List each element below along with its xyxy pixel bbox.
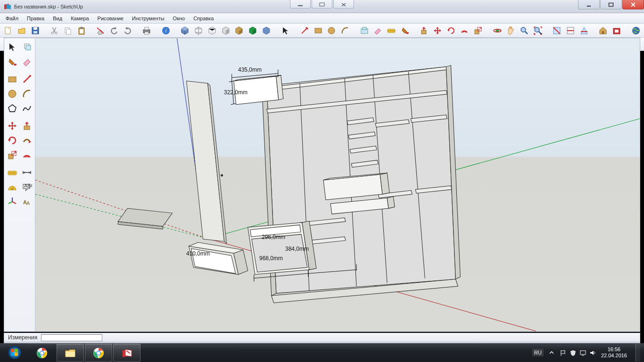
title-aux-tab[interactable] [333, 0, 354, 8]
menu-view[interactable]: Вид [49, 14, 66, 23]
style-mono-icon[interactable] [233, 25, 246, 37]
style-wireframe-icon[interactable] [192, 25, 205, 37]
tb-redo-icon[interactable] [121, 25, 134, 37]
svg-rect-2 [298, 5, 303, 6]
tool-scale-icon[interactable] [5, 148, 19, 162]
tb-extension-icon[interactable] [611, 25, 623, 37]
tool-select-icon[interactable] [5, 40, 19, 54]
start-button[interactable] [2, 344, 27, 362]
taskbar-sketchup-icon[interactable] [113, 344, 140, 362]
style-shaded-icon[interactable] [219, 25, 232, 37]
tool-dimension-icon[interactable] [20, 165, 33, 179]
tool-move-icon[interactable] [5, 119, 19, 132]
tool-offset-icon[interactable] [20, 148, 33, 162]
tray-clock[interactable]: 16:56 22.04.2016 [601, 346, 627, 358]
tb-erase-icon[interactable] [94, 25, 107, 37]
svg-line-82 [231, 104, 236, 105]
tb-section-cut-icon[interactable] [578, 25, 591, 37]
tb-eraser-icon[interactable] [372, 25, 384, 37]
tray-volume-icon[interactable] [589, 349, 596, 356]
title-aux-tab[interactable] [312, 0, 332, 8]
svg-rect-13 [66, 29, 71, 34]
menu-camera[interactable]: Камера [67, 14, 92, 23]
svg-rect-93 [15, 353, 18, 356]
close-button[interactable] [622, 0, 644, 9]
tool-tape-icon[interactable] [5, 165, 19, 179]
tool-make-component-icon[interactable] [20, 40, 33, 54]
tool-followme-icon[interactable] [20, 133, 33, 147]
vcb-input[interactable] [41, 334, 102, 341]
tb-pushpull-icon[interactable] [418, 25, 430, 37]
tray-flag-icon[interactable] [560, 349, 567, 356]
tb-rotate-icon[interactable] [445, 25, 457, 37]
tb-circle-icon[interactable] [325, 25, 338, 37]
tray-language[interactable]: RU [532, 349, 544, 356]
taskbar-explorer-icon[interactable] [57, 344, 84, 362]
tool-circle-icon[interactable] [5, 87, 19, 100]
menu-tools[interactable]: Инструменты [128, 14, 168, 23]
tool-axes-icon[interactable] [5, 195, 19, 208]
menu-file[interactable]: Файл [2, 14, 22, 23]
tb-new-icon[interactable] [2, 25, 15, 37]
tb-orbit-icon[interactable] [491, 25, 504, 37]
tb-print-icon[interactable] [140, 25, 153, 37]
tool-text-icon[interactable]: ABC [20, 180, 33, 194]
tb-section-display-icon[interactable] [564, 25, 577, 37]
tool-line-icon[interactable] [20, 72, 33, 86]
tb-paste-icon[interactable] [75, 25, 88, 37]
menu-window[interactable]: Окно [169, 14, 189, 23]
tb-earth-icon[interactable] [629, 25, 642, 37]
tb-move-icon[interactable] [431, 25, 444, 37]
tb-zoom-icon[interactable] [518, 25, 531, 37]
tb-line-icon[interactable] [298, 25, 311, 37]
tb-offset-icon[interactable] [458, 25, 471, 37]
tb-info-icon[interactable]: i [159, 25, 172, 37]
tool-freehand-icon[interactable] [20, 101, 33, 115]
tool-polygon-icon[interactable] [5, 101, 19, 115]
style-shaded-tex-icon[interactable] [179, 25, 191, 37]
show-desktop-button[interactable] [636, 344, 640, 362]
tool-3dtext-icon[interactable]: AA [20, 195, 33, 208]
taskbar-chrome2-icon[interactable] [85, 344, 112, 362]
taskbar-chrome-icon[interactable] [28, 344, 56, 362]
tool-rotate-icon[interactable] [5, 133, 19, 147]
tb-copy-icon[interactable] [62, 25, 74, 37]
menu-edit[interactable]: Правка [23, 14, 48, 23]
tool-eraser-icon[interactable] [20, 55, 33, 68]
tb-section-icon[interactable] [551, 25, 563, 37]
menu-help[interactable]: Справка [190, 14, 217, 23]
style-back-icon[interactable] [260, 25, 272, 37]
style-hidden-icon[interactable] [206, 25, 218, 37]
tb-scale-icon[interactable] [472, 25, 485, 37]
svg-text:ABC: ABC [24, 183, 32, 189]
title-aux-tab[interactable] [290, 0, 311, 8]
tb-save-icon[interactable] [29, 25, 42, 37]
tb-undo-icon[interactable] [108, 25, 121, 37]
tb-select-icon[interactable] [279, 25, 292, 37]
tool-protractor-icon[interactable] [5, 180, 19, 194]
tb-zoom-extents-icon[interactable] [532, 25, 545, 37]
menu-draw[interactable]: Рисование [94, 14, 127, 23]
minimize-button[interactable] [578, 0, 600, 9]
tool-paintbucket-icon[interactable] [5, 55, 19, 68]
tb-arc-icon[interactable] [339, 25, 352, 37]
tb-paint-icon[interactable] [398, 25, 411, 37]
svg-rect-1 [7, 4, 11, 9]
tray-chevron-icon[interactable] [548, 349, 555, 356]
tb-rectangle-icon[interactable] [312, 25, 324, 37]
tb-cut-icon[interactable] [48, 25, 61, 37]
tb-tape-icon[interactable] [385, 25, 398, 37]
tray-shield-icon[interactable] [570, 349, 577, 356]
tool-pushpull-icon[interactable] [20, 119, 33, 132]
tool-rectangle-icon[interactable] [5, 72, 19, 86]
viewport[interactable]: 435,0mm 322,0mm 296,0mm 384,0mm 968,0mm … [35, 38, 640, 331]
tb-pan-icon[interactable] [504, 25, 517, 37]
tray-network-icon[interactable] [579, 349, 586, 356]
svg-point-73 [221, 174, 223, 176]
maximize-button[interactable] [600, 0, 622, 9]
tool-arc-icon[interactable] [20, 87, 33, 100]
tb-make-component-icon[interactable] [358, 25, 371, 37]
tb-open-icon[interactable] [16, 25, 28, 37]
tb-warehouse-icon[interactable] [597, 25, 610, 37]
style-xray-icon[interactable] [247, 25, 259, 37]
